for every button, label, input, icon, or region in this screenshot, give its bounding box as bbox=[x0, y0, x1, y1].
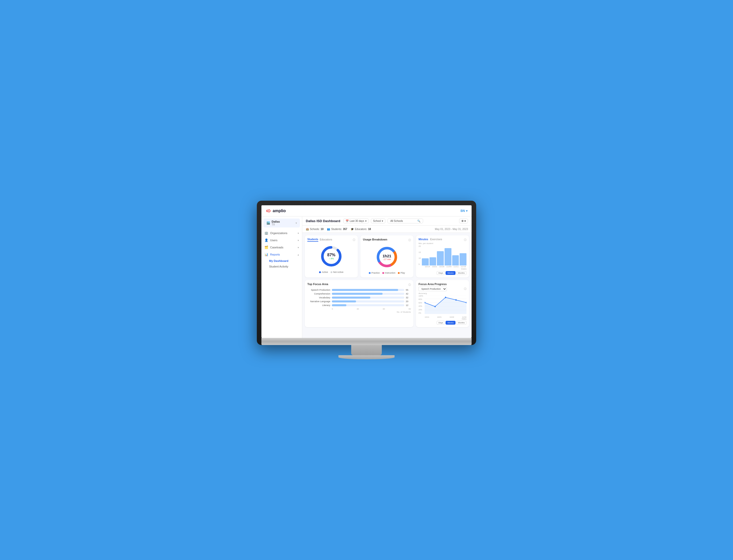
usage-donut-container: 1h21 ↓17 min bbox=[363, 244, 411, 271]
y-axis: 20 15 10 5 bbox=[419, 245, 421, 265]
progress-info-icon[interactable]: ⓘ bbox=[464, 287, 466, 291]
educators-icon: 🎓 bbox=[351, 228, 354, 231]
usage-legend: Practice Instruction Play bbox=[363, 272, 411, 274]
focus-x-labels: 0 20 40 60 bbox=[307, 308, 411, 310]
filter-icon: ⚙ bbox=[461, 220, 464, 222]
sidebar-sub-student-activity[interactable]: Student Activity bbox=[261, 264, 302, 269]
students-stat: 👥 Students: 357 bbox=[327, 228, 347, 231]
date-filter-label: Last 30 days bbox=[350, 220, 364, 222]
btn-weeks[interactable]: Weeks bbox=[446, 271, 455, 275]
students-change: ↑ 4% bbox=[327, 257, 335, 260]
sidebar-item-users-label: Users bbox=[270, 239, 277, 242]
usage-donut-label: 1h21 ↓17 min bbox=[383, 254, 391, 261]
schools-value: 10 bbox=[321, 228, 323, 231]
sidebar-item-reports[interactable]: 📊 Reports ▴ bbox=[261, 251, 302, 258]
bar-info-icon[interactable]: ⓘ bbox=[464, 238, 466, 242]
app-header: amplio BN ▾ bbox=[261, 205, 472, 217]
students-card: Students Educators ⓘ bbox=[305, 235, 358, 277]
svg-point-17 bbox=[445, 297, 446, 298]
legend-play-label: Play bbox=[400, 272, 405, 274]
stats-left: 🏫 Schools: 10 👥 Students: 357 🎓 bbox=[306, 228, 371, 231]
school-search-label: All Schools bbox=[390, 220, 403, 222]
progress-title: Focus Area Progress bbox=[419, 283, 447, 286]
progress-dropdown[interactable]: Speech Production bbox=[419, 287, 447, 291]
tab-exercises[interactable]: Exercises bbox=[430, 238, 442, 241]
usage-value: 1h21 bbox=[383, 254, 391, 258]
reports-chevron: ▴ bbox=[298, 253, 299, 256]
sidebar-item-caseloads[interactable]: 🗂️ Caseloads ▾ bbox=[261, 244, 302, 251]
usage-change: ↓17 min bbox=[383, 258, 391, 261]
search-icon: 🔍 bbox=[417, 220, 420, 222]
legend-play-dot bbox=[398, 272, 400, 274]
schools-stat: 🏫 Schools: 10 bbox=[306, 228, 323, 231]
progress-time-buttons: Days Weeks Months bbox=[419, 321, 466, 325]
progress-btn-weeks[interactable]: Weeks bbox=[446, 321, 455, 325]
bar-1 bbox=[429, 257, 436, 265]
org-sub: TX bbox=[272, 223, 280, 226]
org-selector[interactable]: 🏙️ Dallas TX ▾ bbox=[263, 219, 300, 227]
bars-container bbox=[422, 245, 466, 265]
level-filter-label: School bbox=[373, 220, 381, 222]
tab-students[interactable]: Students bbox=[307, 238, 318, 242]
svg-point-1 bbox=[267, 210, 268, 211]
focus-bar-3: Narrative Language 20 bbox=[307, 300, 411, 303]
usage-title: Usage Breakdown bbox=[363, 238, 387, 241]
date-filter[interactable]: 📅 Last 30 days ▾ bbox=[343, 219, 369, 223]
bar-2 bbox=[437, 251, 444, 265]
sidebar-item-organizations-label: Organizations bbox=[270, 232, 287, 235]
legend-active: Active bbox=[319, 271, 328, 273]
legend-instruction-dot bbox=[382, 272, 384, 274]
bar-5 bbox=[460, 253, 466, 265]
sidebar-sub-my-dashboard[interactable]: My Dashboard bbox=[261, 258, 302, 264]
students-info-icon[interactable]: ⓘ bbox=[353, 238, 355, 242]
org-chevron: ▾ bbox=[296, 222, 297, 224]
dates-label: Dates bbox=[419, 268, 466, 270]
tab-minutes[interactable]: Minutes bbox=[419, 238, 428, 241]
monitor-stand-base bbox=[338, 355, 395, 359]
bar-3 bbox=[445, 248, 451, 265]
focus-x-axis-title: No. of Students bbox=[307, 311, 411, 313]
progress-btn-days[interactable]: Days bbox=[437, 321, 445, 325]
organizations-icon: 🏢 bbox=[264, 231, 268, 235]
legend-instruction-label: Instruction bbox=[385, 272, 396, 274]
bar-0 bbox=[422, 258, 429, 265]
btn-days[interactable]: Days bbox=[437, 271, 445, 275]
content-area: Dallas ISD Dashboard 📅 Last 30 days ▾ Sc… bbox=[302, 217, 472, 338]
level-filter-chevron: ▾ bbox=[382, 220, 383, 222]
progress-y-label: Accuracy bbox=[419, 292, 466, 295]
focus-area-info-icon[interactable]: ⓘ bbox=[408, 283, 411, 287]
bar-4 bbox=[452, 255, 459, 265]
students-donut-container: 87% ↑ 4% bbox=[307, 243, 355, 270]
level-filter[interactable]: School ▾ bbox=[371, 219, 386, 223]
user-chevron: ▾ bbox=[466, 209, 467, 213]
user-initials: BN bbox=[461, 209, 465, 213]
focus-bar-2: Vocabulary 32 bbox=[307, 296, 411, 299]
dashboard-grid: Students Educators ⓘ bbox=[302, 233, 472, 330]
monitor-stand-top bbox=[351, 345, 382, 355]
svg-point-18 bbox=[456, 299, 457, 301]
bar-tab-row: Minutes Exercises bbox=[419, 238, 442, 241]
focus-area-title: Top Focus Area bbox=[307, 283, 328, 286]
user-menu[interactable]: BN ▾ bbox=[461, 209, 467, 213]
sidebar-item-users[interactable]: 👤 Users ▾ bbox=[261, 237, 302, 244]
sidebar-item-organizations[interactable]: 🏢 Organizations ▾ bbox=[261, 230, 302, 237]
logo-area: amplio bbox=[266, 208, 286, 214]
organizations-chevron: ▾ bbox=[298, 232, 299, 235]
bar-chart-card: Minutes Exercises ⓘ Min. per student 20 bbox=[416, 235, 469, 277]
sidebar-item-caseloads-label: Caseloads bbox=[270, 246, 283, 249]
legend-instruction: Instruction bbox=[382, 272, 396, 274]
users-chevron: ▾ bbox=[298, 239, 299, 242]
monitor-bezel: amplio BN ▾ 🏙️ Dallas TX bbox=[257, 201, 476, 345]
progress-btn-months[interactable]: Months bbox=[456, 321, 466, 325]
students-donut-label: 87% ↑ 4% bbox=[327, 253, 335, 260]
progress-x-labels: 10/14 10/21 10/28 11/04 bbox=[425, 316, 466, 318]
legend-not-active-label: Not Active bbox=[333, 271, 344, 273]
tab-educators[interactable]: Educators bbox=[320, 238, 332, 241]
filter-button[interactable]: ⚙ ▾ bbox=[459, 219, 468, 223]
bar-chart-bars: 20 15 10 5 bbox=[419, 245, 466, 265]
reports-icon: 📊 bbox=[264, 253, 268, 256]
btn-months[interactable]: Months bbox=[456, 271, 466, 275]
legend-practice-dot bbox=[369, 272, 371, 274]
usage-info-icon[interactable]: ⓘ bbox=[408, 238, 411, 242]
school-search[interactable]: All Schools 🔍 bbox=[387, 219, 423, 223]
